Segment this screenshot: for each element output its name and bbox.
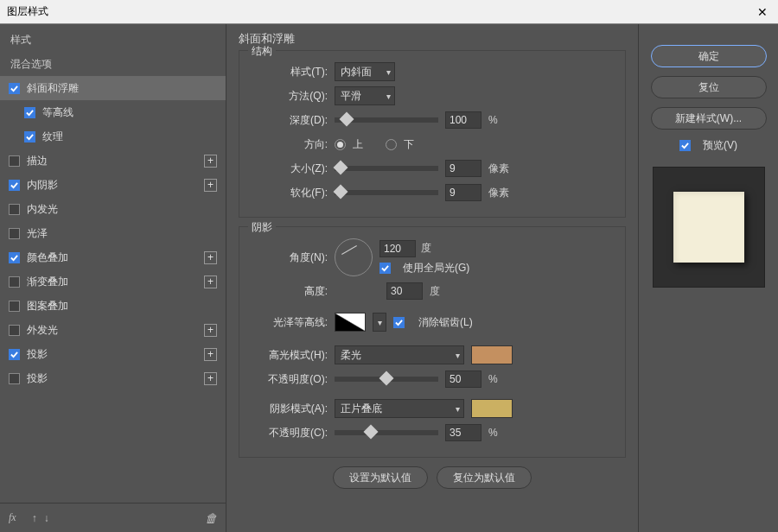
technique-label: 方法(Q): [252,89,328,104]
window-title: 图层样式 [7,4,48,19]
size-input[interactable]: 9 [445,160,481,177]
style-checkbox[interactable] [9,204,20,215]
add-instance-icon[interactable]: + [204,179,217,192]
depth-input[interactable]: 100 [445,111,481,129]
direction-down-radio[interactable] [386,139,397,150]
gloss-contour-picker[interactable] [335,313,366,332]
new-style-button[interactable]: 新建样式(W)... [651,107,767,130]
style-item[interactable]: 渐变叠加+ [0,269,226,294]
settings-panel: 斜面和浮雕 结构 样式(T): 内斜面 方法(Q): 平滑 深度(D): 100… [226,24,638,532]
style-checkbox[interactable] [9,325,20,336]
reset-default-button[interactable]: 复位为默认值 [437,466,532,489]
add-instance-icon[interactable]: + [204,251,217,264]
move-down-icon[interactable]: ↓ [44,512,49,524]
style-checkbox[interactable] [9,276,20,288]
highlight-mode-label: 高光模式(H): [252,348,328,363]
style-item[interactable]: 斜面和浮雕 [0,76,226,100]
gloss-contour-dropdown[interactable] [373,313,386,332]
angle-control[interactable] [335,238,373,276]
shadow-opacity-input[interactable]: 35 [445,424,481,441]
style-item-label: 渐变叠加 [27,275,68,289]
style-checkbox[interactable] [9,228,20,239]
altitude-input[interactable]: 30 [386,282,423,300]
style-checkbox[interactable] [9,349,20,360]
shadow-legend: 阴影 [248,220,276,235]
close-icon[interactable]: ✕ [754,5,771,19]
shadow-color-swatch[interactable] [471,399,513,418]
style-item-label: 内发光 [27,202,58,217]
style-item-label: 内阴影 [27,178,58,193]
style-checkbox[interactable] [9,180,20,191]
style-item[interactable]: 纹理 [0,124,226,149]
soften-slider[interactable] [335,190,438,195]
preview-box [653,167,765,288]
soften-label: 软化(F): [252,186,328,200]
actions-panel: 确定 复位 新建样式(W)... 预览(V) [638,24,778,532]
style-label: 样式(T): [252,65,328,79]
styles-list: 样式 混合选项 斜面和浮雕等高线纹理描边+内阴影+内发光光泽颜色叠加+渐变叠加+… [0,24,226,503]
set-default-button[interactable]: 设置为默认值 [333,466,428,489]
depth-label: 深度(D): [252,113,328,128]
size-slider[interactable] [335,166,438,171]
style-item[interactable]: 内阴影+ [0,173,226,197]
direction-up-radio[interactable] [335,139,346,150]
shadow-opacity-label: 不透明度(C): [252,426,328,440]
style-checkbox[interactable] [24,107,35,118]
shadow-mode-label: 阴影模式(A): [252,402,328,416]
depth-slider[interactable] [335,117,438,123]
highlight-opacity-label: 不透明度(O): [252,372,328,387]
style-checkbox[interactable] [24,131,35,142]
antialias-checkbox[interactable] [393,317,405,328]
style-item[interactable]: 描边+ [0,149,226,173]
preview-checkbox[interactable] [679,140,691,151]
shadow-mode-select[interactable]: 正片叠底 [335,399,464,418]
ok-button[interactable]: 确定 [651,45,767,67]
style-item[interactable]: 投影+ [0,366,226,390]
gloss-label: 光泽等高线: [252,315,328,330]
style-item-label: 投影 [27,371,48,386]
cancel-button[interactable]: 复位 [651,76,767,98]
add-instance-icon[interactable]: + [204,276,217,288]
add-instance-icon[interactable]: + [204,324,217,337]
styles-header[interactable]: 样式 [0,28,226,52]
global-light-checkbox[interactable] [379,263,391,274]
blend-options-header[interactable]: 混合选项 [0,52,226,76]
trash-icon[interactable]: 🗑 [205,511,217,525]
style-item-label: 外发光 [27,323,58,338]
style-item-label: 投影 [27,347,48,362]
style-select[interactable]: 内斜面 [335,62,395,81]
style-checkbox[interactable] [9,83,20,94]
panel-heading: 斜面和浮雕 [239,31,626,47]
style-item-label: 颜色叠加 [27,250,68,265]
move-up-icon[interactable]: ↑ [32,512,37,524]
style-item-label: 纹理 [42,130,63,144]
angle-input[interactable]: 120 [379,240,416,257]
technique-select[interactable]: 平滑 [335,86,395,105]
soften-input[interactable]: 9 [445,184,481,201]
styles-footer: fx ↑ ↓ 🗑 [0,503,226,532]
altitude-label: 高度: [252,284,328,299]
add-instance-icon[interactable]: + [204,155,217,168]
structure-group: 结构 样式(T): 内斜面 方法(Q): 平滑 深度(D): 100 % 方向:… [239,50,626,218]
style-item[interactable]: 投影+ [0,342,226,366]
style-item[interactable]: 外发光+ [0,318,226,342]
highlight-opacity-slider[interactable] [335,377,438,382]
highlight-mode-select[interactable]: 柔光 [335,345,464,364]
style-item[interactable]: 光泽 [0,221,226,245]
angle-label: 角度(N): [252,250,328,265]
style-item[interactable]: 等高线 [0,100,226,124]
shadow-opacity-slider[interactable] [335,430,438,435]
highlight-color-swatch[interactable] [471,345,513,364]
fx-menu[interactable]: fx [9,511,16,524]
style-item[interactable]: 内发光 [0,197,226,221]
add-instance-icon[interactable]: + [204,348,217,361]
style-checkbox[interactable] [9,252,20,263]
direction-label: 方向: [252,137,328,152]
style-item[interactable]: 颜色叠加+ [0,245,226,269]
style-checkbox[interactable] [9,301,20,312]
style-checkbox[interactable] [9,155,20,167]
style-checkbox[interactable] [9,373,20,384]
add-instance-icon[interactable]: + [204,372,217,385]
style-item[interactable]: 图案叠加 [0,294,226,318]
highlight-opacity-input[interactable]: 50 [445,370,481,388]
